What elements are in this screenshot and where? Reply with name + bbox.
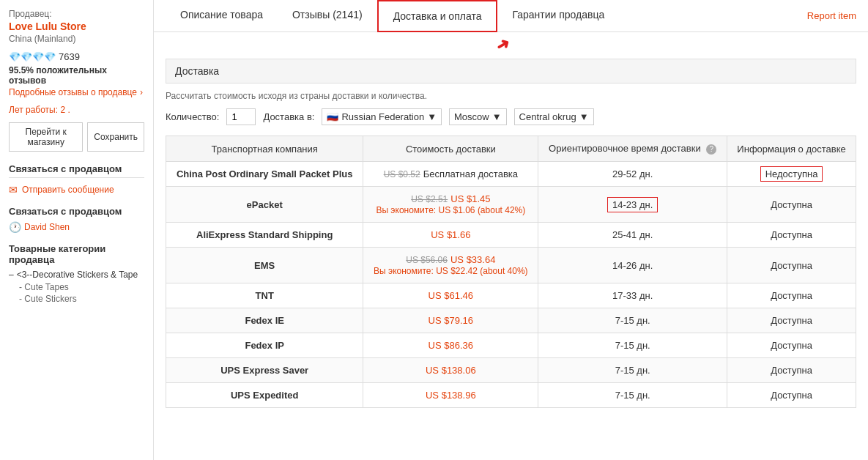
table-row-company: Fedex IE — [166, 308, 363, 333]
col-company: Транспортная компания — [166, 136, 363, 162]
table-row-time: 14-23 дн. — [538, 187, 727, 223]
message-icon: ✉ — [9, 184, 18, 196]
diamonds-icon: 💎💎💎💎 — [9, 51, 56, 62]
seller-country: China (Mainland) — [9, 34, 144, 44]
ship-to-label: Доставка в: — [263, 111, 314, 122]
agent-name[interactable]: 🕐 David Shen — [9, 221, 144, 233]
table-row-time: 7-15 дн. — [538, 333, 727, 358]
table-row-status: Доступна — [727, 358, 856, 383]
contact2-title: Связаться с продавцом — [9, 206, 144, 217]
city-select[interactable]: Moscow ▼ — [449, 108, 507, 125]
table-row-status: Доступна — [727, 187, 856, 223]
category-sub2[interactable]: - Cute Stickers — [19, 294, 144, 304]
qty-label: Количество: — [166, 111, 219, 122]
country-select[interactable]: 🇷🇺 Russian Federation ▼ — [322, 108, 442, 125]
shipping-section-title: Доставка — [166, 59, 856, 84]
col-info: Информация о доставке — [727, 136, 856, 162]
table-row-status: Доступна — [727, 383, 856, 408]
shipping-description: Рассчитать стоимость исходя из страны до… — [166, 91, 856, 101]
years-working: Лет работы: 2 . — [9, 105, 144, 115]
category-sub1[interactable]: - Cute Tapes — [19, 282, 144, 292]
sidebar: Продавец: Love Lulu Store China (Mainlan… — [0, 0, 154, 460]
table-row-company: AliExpress Standard Shipping — [166, 223, 363, 248]
categories-title: Товарные категории продавца — [9, 243, 144, 265]
table-row-cost: US $2.51US $1.45Вы экономите: US $1.06 (… — [363, 187, 538, 223]
store-name[interactable]: Love Lulu Store — [9, 21, 144, 32]
red-arrow-icon: ➜ — [492, 33, 513, 56]
tab-guarantees[interactable]: Гарантии продавца — [497, 0, 619, 31]
rating-number: 7639 — [59, 51, 80, 62]
table-row-time: 14-26 дн. — [538, 248, 727, 283]
years-value: 2 — [60, 105, 65, 115]
go-to-store-button[interactable]: Перейти к магазину — [9, 122, 83, 152]
table-row-cost: US $138.96 — [363, 383, 538, 408]
col-time: Ориентировочное время доставки ? — [538, 136, 727, 162]
region-select[interactable]: Central okrug ▼ — [514, 108, 594, 125]
tabs-bar: Описание товара Отзывы (2141) Доставка и… — [154, 0, 868, 32]
table-row-status: Доступна — [727, 308, 856, 333]
clock-icon: 🕐 — [9, 221, 21, 233]
send-message-link[interactable]: ✉ Отправить сообщение — [9, 184, 144, 196]
shipping-section: Доставка Рассчитать стоимость исходя из … — [154, 59, 868, 408]
tab-shipping[interactable]: Доставка и оплата — [377, 0, 498, 32]
shipping-filters: Количество: Доставка в: 🇷🇺 Russian Feder… — [166, 108, 856, 125]
table-row-time: 7-15 дн. — [538, 358, 727, 383]
table-row-company: EMS — [166, 248, 363, 283]
positive-percentage: 95.5% положительных отзывов — [9, 65, 144, 86]
reviews-link[interactable]: Подробные отзывы о продавце › — [9, 87, 144, 97]
table-row-status: Доступна — [727, 248, 856, 283]
qty-input[interactable] — [226, 108, 256, 125]
table-row-company: TNT — [166, 283, 363, 308]
seller-actions: Перейти к магазину Сохранить — [9, 122, 144, 152]
table-row-time: 7-15 дн. — [538, 383, 727, 408]
table-row-cost: US $1.66 — [363, 223, 538, 248]
help-icon[interactable]: ? — [706, 144, 716, 155]
table-row-cost: US $0.52Бесплатная доставка — [363, 162, 538, 187]
table-row-status: Доступна — [727, 333, 856, 358]
minus-icon: – — [9, 270, 14, 280]
table-row-status: Доступна — [727, 223, 856, 248]
category-main[interactable]: – <3--Decorative Stickers & Tape — [9, 270, 144, 280]
russia-flag-icon: 🇷🇺 — [327, 111, 338, 122]
table-row-time: 7-15 дн. — [538, 308, 727, 333]
report-item-link[interactable]: Report item — [807, 1, 856, 30]
seller-label: Продавец: — [9, 9, 144, 19]
contact-section-title: Связаться с продавцом — [9, 163, 144, 178]
table-row-time: 25-41 дн. — [538, 223, 727, 248]
chevron-down-icon3: ▼ — [579, 111, 589, 122]
chevron-down-icon: ▼ — [427, 111, 437, 122]
table-row-time: 29-52 дн. — [538, 162, 727, 187]
table-row-time: 17-33 дн. — [538, 283, 727, 308]
table-row-company: Fedex IP — [166, 333, 363, 358]
table-row-status: Недоступна — [727, 162, 856, 187]
table-row-status: Доступна — [727, 283, 856, 308]
table-row-company: China Post Ordinary Small Packet Plus — [166, 162, 363, 187]
tab-reviews[interactable]: Отзывы (2141) — [278, 0, 377, 31]
tab-description[interactable]: Описание товара — [166, 0, 278, 31]
table-row-company: UPS Expedited — [166, 383, 363, 408]
table-row-cost: US $138.06 — [363, 358, 538, 383]
main-content: Описание товара Отзывы (2141) Доставка и… — [154, 0, 868, 460]
table-row-cost: US $61.46 — [363, 283, 538, 308]
save-button[interactable]: Сохранить — [87, 122, 144, 152]
shipping-table: Транспортная компания Стоимость доставки… — [166, 136, 856, 408]
table-row-company: UPS Express Saver — [166, 358, 363, 383]
arrow-annotation: ➜ — [154, 32, 868, 59]
table-row-cost: US $79.16 — [363, 308, 538, 333]
col-cost: Стоимость доставки — [363, 136, 538, 162]
table-row-company: ePacket — [166, 187, 363, 223]
table-row-cost: US $56.06US $33.64Вы экономите: US $22.4… — [363, 248, 538, 283]
chevron-down-icon2: ▼ — [492, 111, 502, 122]
table-row-cost: US $86.36 — [363, 333, 538, 358]
chevron-right-icon: › — [140, 87, 143, 97]
seller-rating: 💎💎💎💎 7639 — [9, 51, 144, 62]
